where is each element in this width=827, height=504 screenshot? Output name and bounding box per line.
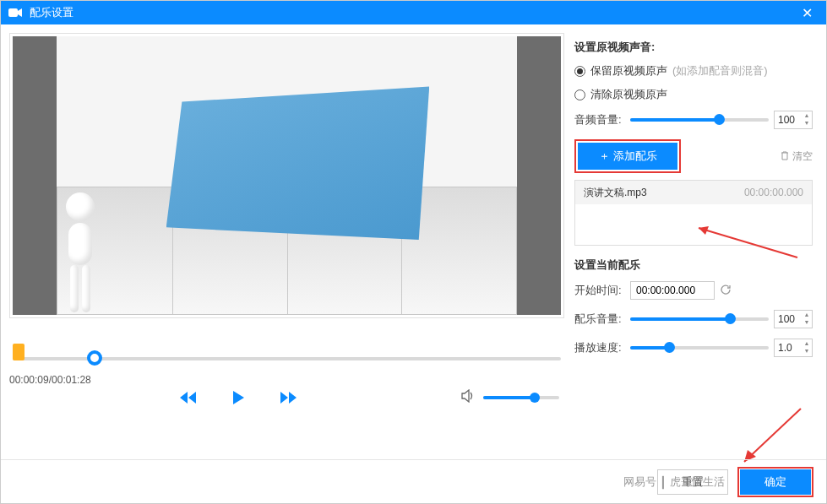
radio-label: 清除原视频原声 bbox=[590, 87, 667, 102]
music-volume-label: 配乐音量: bbox=[574, 312, 625, 327]
clear-all-link[interactable]: 清空 bbox=[780, 149, 813, 164]
radio-hint: (如添加配音则混音) bbox=[672, 63, 768, 79]
radio-icon bbox=[574, 89, 585, 100]
svg-rect-0 bbox=[8, 8, 18, 17]
current-music-heading: 设置当前配乐 bbox=[574, 257, 813, 273]
rewind-button[interactable] bbox=[179, 390, 198, 405]
seek-bar[interactable] bbox=[9, 344, 564, 369]
add-music-button[interactable]: ＋ 添加配乐 bbox=[578, 143, 677, 170]
right-panel: 设置原视频声音: 保留原视频原声 (如添加配音则混音) 清除原视频原声 音频音量… bbox=[573, 33, 818, 459]
keep-original-audio-radio[interactable]: 保留原视频原声 (如添加配音则混音) bbox=[574, 63, 813, 79]
track-time: 00:00:00.000 bbox=[744, 187, 803, 198]
start-time-input[interactable] bbox=[630, 281, 715, 300]
music-track-list: 演讲文稿.mp3 00:00:00.000 bbox=[574, 180, 813, 246]
speaker-icon[interactable] bbox=[461, 389, 476, 405]
playback-speed-slider[interactable] bbox=[630, 346, 769, 350]
audio-volume-label: 音频音量: bbox=[574, 112, 625, 127]
ok-button[interactable]: 确定 bbox=[740, 469, 811, 495]
app-icon bbox=[8, 5, 23, 20]
original-audio-heading: 设置原视频声音: bbox=[574, 40, 813, 55]
audio-volume-input[interactable]: 100 ▲▼ bbox=[774, 111, 813, 129]
plus-icon: ＋ bbox=[599, 149, 610, 164]
trim-start-handle[interactable] bbox=[13, 344, 24, 360]
forward-button[interactable] bbox=[279, 390, 297, 405]
track-name: 演讲文稿.mp3 bbox=[584, 186, 744, 200]
titlebar: 配乐设置 ✕ bbox=[1, 1, 826, 24]
audio-volume-slider[interactable] bbox=[630, 118, 769, 122]
timecode: 00:00:09/00:01:28 bbox=[9, 374, 564, 386]
app-window: 配乐设置 ✕ 00:00:09/00 bbox=[0, 0, 827, 504]
music-volume-slider[interactable] bbox=[630, 317, 769, 321]
radio-label: 保留原视频原声 bbox=[590, 63, 667, 79]
video-preview[interactable] bbox=[13, 36, 561, 315]
left-panel: 00:00:09/00:01:28 bbox=[9, 33, 564, 459]
footer: 重置 网易号┃虎哥慢生活 确定 bbox=[1, 459, 826, 503]
preview-container bbox=[9, 33, 564, 318]
music-volume-input[interactable]: 100 ▲▼ bbox=[774, 310, 813, 328]
playhead[interactable] bbox=[87, 350, 102, 366]
trash-icon bbox=[780, 150, 790, 163]
transport-controls bbox=[9, 389, 564, 405]
add-music-highlight: ＋ 添加配乐 bbox=[574, 139, 681, 173]
music-track-item[interactable]: 演讲文稿.mp3 00:00:00.000 bbox=[575, 181, 812, 204]
clear-original-audio-radio[interactable]: 清除原视频原声 bbox=[574, 87, 813, 102]
start-time-label: 开始时间: bbox=[574, 283, 625, 298]
radio-icon bbox=[574, 66, 585, 77]
reset-button[interactable]: 重置 bbox=[657, 469, 728, 495]
close-button[interactable]: ✕ bbox=[794, 5, 819, 21]
playback-speed-input[interactable]: 1.0 ▲▼ bbox=[774, 339, 813, 357]
reset-time-icon[interactable] bbox=[720, 284, 732, 298]
window-title: 配乐设置 bbox=[30, 5, 794, 20]
play-button[interactable] bbox=[231, 390, 245, 405]
playback-speed-label: 播放速度: bbox=[574, 340, 625, 355]
player-volume-slider[interactable] bbox=[483, 396, 559, 399]
